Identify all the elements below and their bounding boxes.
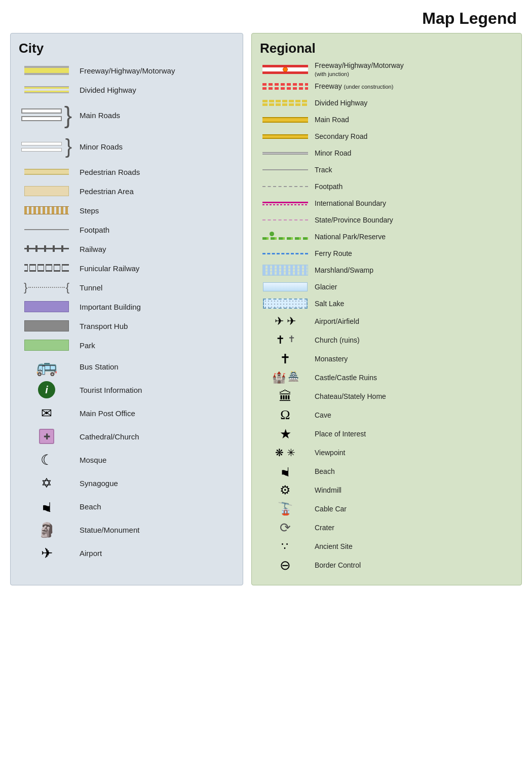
list-item: } Minor Roads	[19, 131, 235, 162]
main-roads-symbol: }	[19, 106, 74, 125]
castle-symbol: 🏰 🏯	[260, 371, 311, 384]
funicular-symbol	[19, 264, 74, 273]
ferry-route-label: Ferry Route	[311, 249, 513, 257]
airport-city-symbol: ✈	[19, 545, 74, 562]
chateau-icon: 🏛	[279, 389, 292, 404]
fwy-junction-symbol	[260, 65, 311, 74]
footpath-label: Footpath	[74, 226, 235, 234]
cross-icon-outline: ✝	[288, 334, 295, 347]
cross-icon-filled: ✝	[276, 334, 285, 347]
synagogue-symbol: ✡	[19, 475, 74, 491]
track-r-label: Track	[311, 166, 513, 174]
list-item: Divided Highway	[19, 81, 235, 99]
castle-icon-2: 🏯	[288, 371, 299, 384]
main-road-r-label: Main Road	[311, 116, 513, 124]
list-item: ⊖ Border Control	[260, 556, 513, 574]
list-item: ⚑ Beach	[260, 462, 513, 480]
list-item: ⚙ Windmill	[260, 481, 513, 499]
glacier-symbol	[260, 282, 311, 291]
list-item: Glacier	[260, 279, 513, 295]
main-road-r-symbol	[260, 117, 311, 123]
airport-r-label: Airport/Airfield	[311, 317, 513, 325]
list-item: Steps	[19, 201, 235, 219]
cave-symbol: Ω	[260, 408, 311, 423]
freeway-highway-label: Freeway/Highway/Motorway	[74, 66, 235, 75]
list-item: ⚑ Beach	[19, 495, 235, 517]
list-item: } { Tunnel	[19, 278, 235, 297]
ancient-site-symbol: ∵	[260, 540, 311, 553]
list-item: Pedestrian Roads	[19, 163, 235, 181]
mosque-label: Mosque	[74, 456, 235, 464]
regional-column: Regional Freeway/Highway/Motorway (with …	[251, 33, 522, 585]
list-item: Funicular Railway	[19, 259, 235, 277]
viewpoint-symbol: ❋ ✳	[260, 447, 311, 459]
marshland-label: Marshland/Swamp	[311, 266, 513, 274]
beach-flag-icon: ⚑	[280, 464, 291, 478]
post-office-symbol: ✉	[19, 405, 74, 421]
church-r-symbol: ✝ ✝	[260, 334, 311, 347]
minor-roads-symbol: }	[19, 138, 74, 155]
crater-label: Crater	[311, 524, 513, 532]
fwy-construction-symbol	[260, 83, 311, 90]
divided-highway-label: Divided Highway	[74, 86, 235, 94]
crater-icon: ⟳	[280, 520, 291, 536]
cave-label: Cave	[311, 411, 513, 419]
list-item: ✝ ✝ Church (ruins)	[260, 331, 513, 349]
funicular-label: Funicular Railway	[74, 264, 235, 273]
minor-roads-label: Minor Roads	[74, 142, 235, 151]
track-r-symbol	[260, 169, 311, 170]
monastery-symbol: ✝	[260, 351, 311, 367]
list-item: ★ Place of Interest	[260, 425, 513, 443]
nat-park-label: National Park/Reserve	[311, 233, 513, 241]
list-item: ∵ Ancient Site	[260, 537, 513, 556]
list-item: Salt Lake	[260, 295, 513, 312]
divided-highway-symbol	[19, 86, 74, 93]
tunnel-label: Tunnel	[74, 283, 235, 292]
minor-road-r-label: Minor Road	[311, 149, 513, 157]
list-item: ✈ ✈ Airport/Airfield	[260, 312, 513, 330]
list-item: Secondary Road	[260, 128, 513, 144]
airport-r-symbol: ✈ ✈	[260, 315, 311, 328]
list-item: Divided Highway	[260, 95, 513, 111]
tourist-info-symbol: i	[19, 381, 74, 398]
footpath-r-label: Footpath	[311, 182, 513, 191]
ped-roads-label: Pedestrian Roads	[74, 168, 235, 176]
list-item: Main Road	[260, 112, 513, 128]
bus-icon: 🚌	[36, 356, 57, 377]
statue-label: Statue/Monument	[74, 526, 235, 534]
cathedral-label: Cathedral/Church	[74, 432, 235, 441]
nat-park-symbol	[260, 231, 311, 242]
star-of-david-icon: ✡	[41, 475, 52, 491]
airplane-icons: ✈ ✈	[275, 315, 296, 328]
cave-icon: Ω	[280, 408, 290, 423]
list-item: Ferry Route	[260, 245, 513, 262]
viewpoint-label: Viewpoint	[311, 449, 513, 457]
intl-boundary-label: International Boundary	[311, 199, 513, 207]
railway-label: Railway	[74, 245, 235, 253]
list-item: ☾ Mosque	[19, 449, 235, 471]
footpath-r-symbol	[260, 186, 311, 187]
state-boundary-symbol	[260, 219, 311, 220]
regional-heading: Regional	[260, 41, 513, 56]
state-boundary-label: State/Province Boundary	[311, 216, 513, 224]
mail-icon: ✉	[41, 405, 52, 421]
airport-city-label: Airport	[74, 549, 235, 558]
steps-label: Steps	[74, 206, 235, 215]
mosque-symbol: ☾	[19, 452, 74, 468]
freeway-highway-symbol	[19, 66, 74, 75]
viewpoint-icons: ❋ ✳	[275, 447, 295, 459]
list-item: Park	[19, 336, 235, 354]
ancient-site-label: Ancient Site	[311, 542, 513, 550]
list-item: Track	[260, 162, 513, 178]
airplane-icon: ✈	[41, 545, 53, 562]
border-control-symbol: ⊖	[260, 558, 311, 573]
list-item: National Park/Reserve	[260, 229, 513, 245]
list-item: Important Building	[19, 298, 235, 316]
airplane-icon-2: ✈	[287, 315, 296, 328]
statue-icon: 🗿	[38, 522, 56, 538]
list-item: Footpath	[260, 178, 513, 195]
bus-station-label: Bus Station	[74, 362, 235, 371]
castle-icon-1: 🏰	[272, 371, 286, 384]
marshland-symbol	[260, 265, 311, 276]
airplane-icon-1: ✈	[275, 315, 284, 328]
